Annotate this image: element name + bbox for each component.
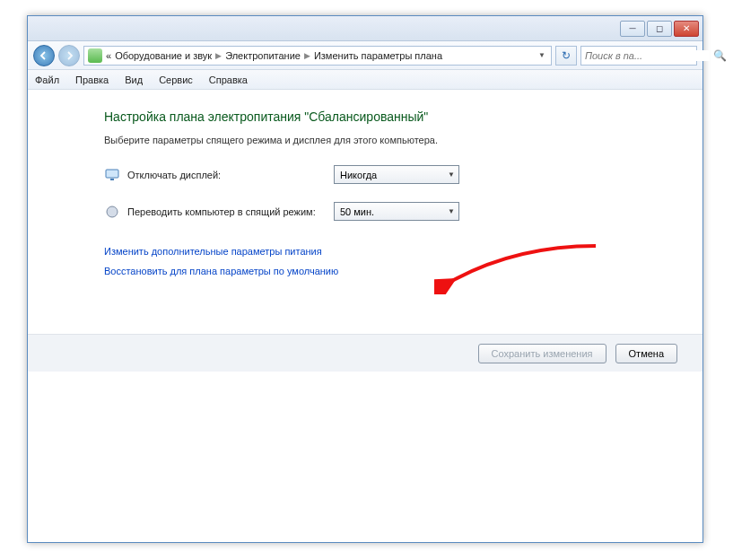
menu-view[interactable]: Вид	[123, 73, 144, 87]
breadcrumb-seg-plan[interactable]: Изменить параметры плана	[314, 50, 442, 61]
cancel-button[interactable]: Отмена	[615, 344, 677, 363]
menu-bar: Файл Правка Вид Сервис Справка	[28, 70, 702, 90]
menu-tools[interactable]: Сервис	[157, 73, 195, 87]
window: ─ ◻ ✕ « Оборудование и звук ▶ Электропит…	[27, 15, 703, 543]
content-area: Настройка плана электропитания "Сбаланси…	[28, 90, 702, 542]
nav-toolbar: « Оборудование и звук ▶ Электропитание ▶…	[28, 41, 702, 70]
chevron-right-icon: ▶	[215, 51, 222, 60]
minimize-button[interactable]: ─	[620, 21, 645, 37]
back-button[interactable]	[33, 45, 55, 66]
link-restore-defaults[interactable]: Восстановить для плана параметры по умол…	[104, 266, 667, 276]
display-off-dropdown[interactable]: Никогда ▼	[334, 165, 459, 184]
breadcrumb-seg-hardware[interactable]: Оборудование и звук	[115, 50, 212, 61]
maximize-button[interactable]: ◻	[647, 21, 672, 37]
row-sleep: Переводить компьютер в спящий режим: 50 …	[104, 202, 667, 221]
menu-file[interactable]: Файл	[33, 73, 61, 87]
page-title: Настройка плана электропитания "Сбаланси…	[104, 109, 667, 124]
monitor-icon	[104, 167, 120, 183]
chevron-down-icon: ▼	[448, 171, 455, 179]
svg-rect-1	[110, 179, 114, 180]
chevron-down-icon[interactable]: ▼	[537, 51, 547, 59]
chevron-right-icon: ▶	[304, 51, 310, 60]
control-panel-icon	[88, 48, 102, 63]
titlebar: ─ ◻ ✕	[28, 16, 702, 41]
refresh-button[interactable]: ↻	[555, 46, 577, 66]
forward-button[interactable]	[58, 45, 80, 66]
close-button[interactable]: ✕	[674, 21, 699, 37]
page-subtitle: Выберите параметры спящего режима и дисп…	[104, 135, 667, 145]
search-icon[interactable]: 🔍	[713, 49, 727, 62]
address-bar[interactable]: « Оборудование и звук ▶ Электропитание ▶…	[83, 46, 552, 66]
display-off-value: Никогда	[340, 170, 377, 180]
breadcrumb-prefix: «	[106, 50, 111, 61]
save-button[interactable]: Сохранить изменения	[478, 344, 606, 363]
display-off-label: Отключать дисплей:	[127, 170, 334, 180]
button-bar: Сохранить изменения Отмена	[28, 334, 702, 372]
search-input[interactable]	[585, 50, 710, 61]
svg-point-2	[107, 206, 118, 217]
moon-icon	[104, 204, 120, 220]
refresh-icon: ↻	[562, 49, 571, 62]
sleep-dropdown[interactable]: 50 мин. ▼	[334, 202, 459, 221]
link-advanced-settings[interactable]: Изменить дополнительные параметры питани…	[104, 246, 667, 257]
svg-rect-0	[106, 170, 118, 178]
forward-arrow-icon	[65, 51, 74, 60]
breadcrumb-seg-power[interactable]: Электропитание	[225, 50, 301, 61]
back-arrow-icon	[39, 51, 48, 60]
menu-edit[interactable]: Правка	[74, 73, 110, 87]
search-box[interactable]: 🔍	[580, 46, 697, 66]
chevron-down-icon: ▼	[448, 207, 455, 215]
sleep-value: 50 мин.	[340, 206, 374, 217]
row-display-off: Отключать дисплей: Никогда ▼	[104, 165, 667, 184]
sleep-label: Переводить компьютер в спящий режим:	[127, 206, 334, 217]
menu-help[interactable]: Справка	[207, 73, 249, 87]
